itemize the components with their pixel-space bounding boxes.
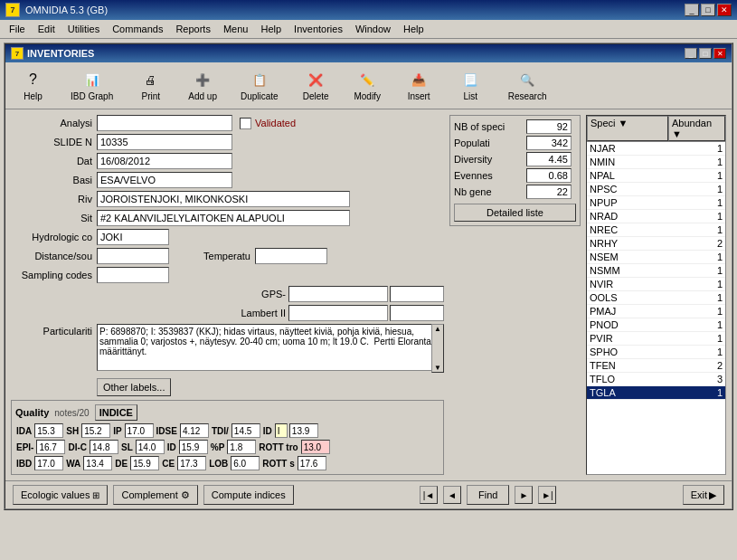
slide-n-row: SLIDE N <box>11 134 444 150</box>
validated-area: Validated <box>240 118 296 129</box>
nb-speci-label: NB of speci <box>454 121 526 132</box>
menu-edit[interactable]: Edit <box>33 22 61 36</box>
complement-button[interactable]: Complement ⚙ <box>113 485 197 505</box>
q-ida-val: 15.3 <box>34 423 63 438</box>
ibd-graph-label: IBD Graph <box>71 91 113 101</box>
insert-icon: 📥 <box>408 70 430 90</box>
particulars-textarea[interactable]: P: 6898870; I: 3539837 (KKJ); hidas virt… <box>97 324 444 371</box>
help-button[interactable]: ? Help <box>13 66 53 105</box>
compute-indices-button[interactable]: Compute indices <box>203 485 294 505</box>
compute-indices-label: Compute indices <box>212 489 286 500</box>
menu-commands[interactable]: Commands <box>107 22 168 36</box>
complement-label: Complement <box>121 489 177 500</box>
gps-input2[interactable] <box>390 286 444 302</box>
menu-reports[interactable]: Reports <box>170 22 216 36</box>
q-lob-label: LOB <box>208 459 229 469</box>
hydrologic-input[interactable] <box>97 229 169 245</box>
delete-button[interactable]: ❌ Delete <box>296 66 336 105</box>
menu-window[interactable]: Window <box>350 22 396 36</box>
list-button[interactable]: 📃 List <box>450 66 491 105</box>
duplicate-button[interactable]: 📋 Duplicate <box>234 66 285 105</box>
exit-arrow-icon: ▶ <box>709 489 716 501</box>
nav-last-button[interactable]: ►| <box>538 486 556 504</box>
validated-checkbox[interactable] <box>240 118 251 129</box>
q-tdi-label: TDI/ <box>211 426 230 436</box>
particulars-scrollbar[interactable]: ▲ ▼ <box>431 324 444 373</box>
list-item[interactable]: TFEN2 <box>587 359 725 373</box>
menu-help2[interactable]: Help <box>398 22 430 36</box>
menu-menu[interactable]: Menu <box>218 22 254 36</box>
win-maximize-btn[interactable]: □ <box>699 48 712 59</box>
lambert-input2[interactable] <box>390 305 444 321</box>
help-icon: ? <box>23 70 44 90</box>
list-item[interactable]: NPUP1 <box>587 196 725 210</box>
close-btn[interactable]: ✕ <box>717 4 732 16</box>
list-item[interactable]: NRHY2 <box>587 237 725 251</box>
detailed-liste-button[interactable]: Detailed liste <box>454 204 576 222</box>
window-icon: 7 <box>11 47 24 60</box>
insert-button[interactable]: 📥 Insert <box>399 66 439 105</box>
dat-input[interactable] <box>97 153 232 169</box>
find-button[interactable]: Find <box>467 485 509 505</box>
analysi-input[interactable] <box>97 115 232 131</box>
species-speci-header[interactable]: Speci ▼ <box>587 116 668 141</box>
basi-input[interactable] <box>97 172 232 188</box>
lambert-label: Lambert II <box>241 308 288 318</box>
sampling-code-input[interactable] <box>97 267 169 283</box>
win-close-btn[interactable]: ✕ <box>713 48 726 59</box>
list-item[interactable]: NJAR1 <box>587 142 725 156</box>
lambert-input1[interactable] <box>288 305 388 321</box>
diversity-value <box>526 152 572 166</box>
minimize-btn[interactable]: _ <box>685 4 699 16</box>
list-item[interactable]: TGLA1 <box>587 386 725 400</box>
hydrologic-row: Hydrologic co <box>11 229 444 245</box>
ecologic-values-button[interactable]: Ecologic values ⊞ <box>13 485 108 505</box>
slide-n-input[interactable] <box>97 134 232 150</box>
list-item[interactable]: NPSC1 <box>587 183 725 196</box>
list-item[interactable]: NRAD1 <box>587 210 725 223</box>
gps-input1[interactable] <box>288 286 388 302</box>
temperatu-input[interactable] <box>255 248 327 264</box>
populati-label: Populati <box>454 138 526 148</box>
delete-label: Delete <box>303 91 329 101</box>
maximize-btn[interactable]: □ <box>701 4 715 16</box>
menu-help[interactable]: Help <box>255 22 287 36</box>
ibd-graph-button[interactable]: 📊 IBD Graph <box>64 66 119 105</box>
list-item[interactable]: PVIR1 <box>587 332 725 346</box>
gps-row: GPS- <box>11 286 444 302</box>
list-item[interactable]: NREC1 <box>587 223 725 237</box>
research-button[interactable]: 🔍 Research <box>502 66 553 105</box>
sit-input[interactable] <box>97 210 350 226</box>
species-abund-header[interactable]: Abundan ▼ <box>668 116 725 141</box>
dat-row: Dat <box>11 153 444 169</box>
nav-prev-button[interactable]: ◄ <box>443 486 461 504</box>
list-item[interactable]: NPAL1 <box>587 169 725 183</box>
nav-first-button[interactable]: |◄ <box>420 486 438 504</box>
quality-notes: notes/20 <box>54 408 89 418</box>
list-item[interactable]: OOLS1 <box>587 291 725 305</box>
list-item[interactable]: NMIN1 <box>587 156 725 169</box>
win-minimize-btn[interactable]: _ <box>685 48 697 59</box>
list-item[interactable]: TFLO3 <box>587 373 725 386</box>
nav-next-button[interactable]: ► <box>515 486 533 504</box>
other-labels-button[interactable]: Other labels... <box>97 378 171 396</box>
list-item[interactable]: PNOD1 <box>587 318 725 332</box>
modify-button[interactable]: ✏️ Modify <box>347 66 388 105</box>
help-label: Help <box>24 91 43 101</box>
indice-button[interactable]: INDICE <box>95 404 137 421</box>
add-up-button[interactable]: ➕ Add up <box>182 66 223 105</box>
list-item[interactable]: NSMM1 <box>587 264 725 278</box>
menu-utilities[interactable]: Utilities <box>62 22 105 36</box>
distance-input[interactable] <box>97 248 169 264</box>
list-item[interactable]: NVIR1 <box>587 278 725 291</box>
print-button[interactable]: 🖨 Print <box>130 66 171 105</box>
list-item[interactable]: PMAJ1 <box>587 305 725 318</box>
exit-button[interactable]: Exit ▶ <box>683 485 724 505</box>
menu-inventories[interactable]: Inventories <box>288 22 348 36</box>
list-item[interactable]: SPHO1 <box>587 346 725 359</box>
q-sl-val: 14.0 <box>136 440 165 454</box>
list-item[interactable]: NSEM1 <box>587 251 725 264</box>
menu-file[interactable]: File <box>4 22 31 36</box>
riv-input[interactable] <box>97 191 350 207</box>
q-rott-s-label: ROTT s <box>261 459 296 469</box>
